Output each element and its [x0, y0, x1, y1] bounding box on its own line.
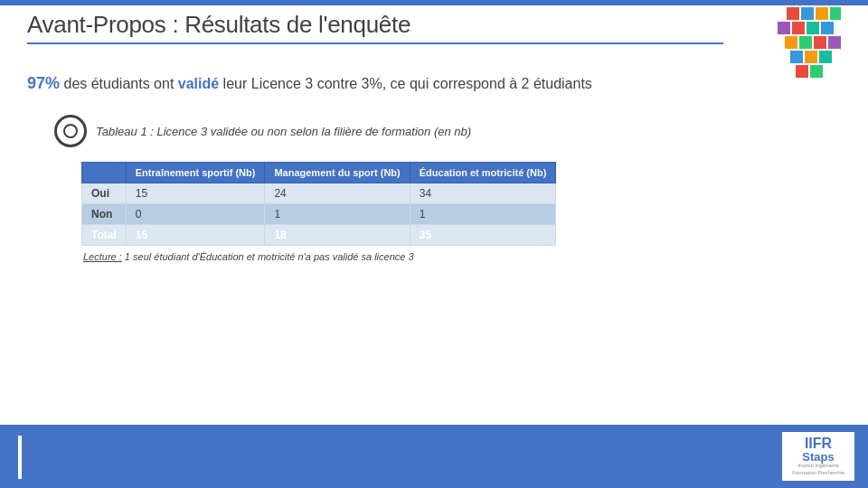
- cell-oui-entrainement: 15: [126, 183, 265, 204]
- page-container: Avant-Propos : Résultats de l'enquête: [0, 0, 868, 488]
- logo-mosaic-svg: [732, 7, 841, 78]
- title-underline: [27, 42, 723, 44]
- circle-icon-inner: [63, 124, 78, 138]
- data-table-wrapper: Entraînement sportif (Nb) Management du …: [81, 162, 841, 262]
- svg-rect-5: [792, 22, 805, 34]
- table-row: Non 0 1 1: [82, 204, 556, 225]
- cell-non-management: 1: [265, 204, 410, 225]
- svg-rect-6: [807, 22, 819, 34]
- cell-total-management: 18: [265, 225, 410, 246]
- circle-icon: [54, 115, 87, 147]
- main-stat-text: 97% des étudiants ont validé leur Licenc…: [27, 72, 841, 95]
- svg-rect-9: [799, 36, 812, 49]
- col-header-management: Management du sport (Nb): [265, 163, 410, 183]
- logo-iifr-text: IIFR: [805, 436, 832, 451]
- svg-rect-14: [819, 51, 832, 63]
- stat-text2: leur Licence 3 contre 3%, ce qui corresp…: [219, 76, 592, 91]
- lecture-content: 1 seul étudiant d'Éducation et motricité…: [122, 251, 414, 262]
- cell-total-entrainement: 15: [126, 225, 265, 246]
- table-caption-row: Tableau 1 : Licence 3 validée ou non sel…: [54, 115, 841, 147]
- logo-top-right: [732, 7, 850, 80]
- col-header-empty: [82, 163, 127, 183]
- col-header-education: Éducation et motricité (Nb): [410, 163, 556, 183]
- stat-highlight: validé: [178, 76, 219, 91]
- svg-rect-13: [805, 51, 817, 63]
- svg-rect-2: [816, 7, 828, 20]
- svg-rect-7: [821, 22, 834, 34]
- svg-rect-3: [830, 7, 841, 20]
- bottom-bar: IIFR Staps Institut IngénierieFormation …: [0, 425, 868, 488]
- stat-text1: des étudiants ont: [60, 76, 178, 91]
- top-bar: [0, 0, 868, 5]
- bottom-left-accent: [18, 436, 22, 479]
- svg-rect-12: [790, 51, 803, 63]
- title-section: Avant-Propos : Résultats de l'enquête: [27, 11, 723, 44]
- table-row: Oui 15 24 34: [82, 183, 556, 204]
- cell-total-education: 35: [410, 225, 556, 246]
- svg-rect-0: [787, 7, 799, 20]
- lecture-text: Lecture : 1 seul étudiant d'Éducation et…: [83, 251, 841, 262]
- cell-oui-education: 34: [410, 183, 556, 204]
- cell-oui-management: 24: [265, 183, 410, 204]
- logo-bottom-right: IIFR Staps Institut IngénierieFormation …: [782, 432, 854, 481]
- row-label-non: Non: [82, 204, 127, 225]
- col-header-entrainement: Entraînement sportif (Nb): [126, 163, 265, 183]
- svg-rect-11: [828, 36, 841, 49]
- row-label-oui: Oui: [82, 183, 127, 204]
- stat-percent: 97%: [27, 74, 60, 92]
- page-title: Avant-Propos : Résultats de l'enquête: [27, 11, 723, 39]
- table-caption: Tableau 1 : Licence 3 validée ou non sel…: [96, 125, 471, 138]
- cell-non-entrainement: 0: [126, 204, 265, 225]
- table-header-row: Entraînement sportif (Nb) Management du …: [82, 163, 556, 183]
- svg-rect-10: [814, 36, 826, 49]
- row-label-total: Total: [82, 225, 127, 246]
- svg-rect-8: [785, 36, 797, 49]
- lecture-label: Lecture :: [83, 251, 122, 262]
- data-table: Entraînement sportif (Nb) Management du …: [81, 162, 556, 246]
- cell-non-education: 1: [410, 204, 556, 225]
- svg-rect-1: [801, 7, 814, 20]
- table-row-total: Total 15 18 35: [82, 225, 556, 246]
- logo-staps-text: Staps: [802, 451, 834, 463]
- logo-subtext: Institut IngénierieFormation Recherche: [792, 463, 844, 475]
- content-area: 97% des étudiants ont validé leur Licenc…: [27, 72, 841, 262]
- svg-rect-4: [778, 22, 790, 34]
